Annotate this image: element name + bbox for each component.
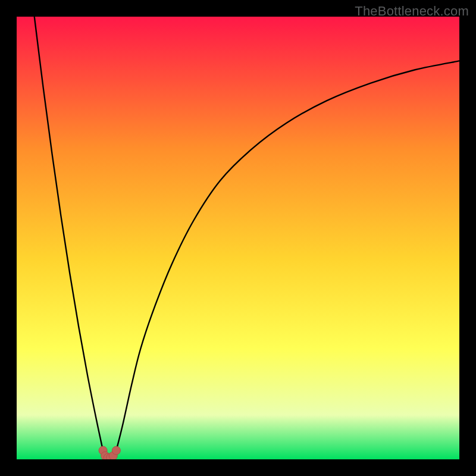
chart-frame: TheBottleneck.com (0, 0, 476, 476)
watermark-text: TheBottleneck.com (355, 4, 469, 19)
minimum-marker-dot (112, 446, 120, 455)
plot-area (17, 17, 459, 459)
chart-svg (17, 17, 459, 459)
gradient-background (17, 17, 459, 459)
